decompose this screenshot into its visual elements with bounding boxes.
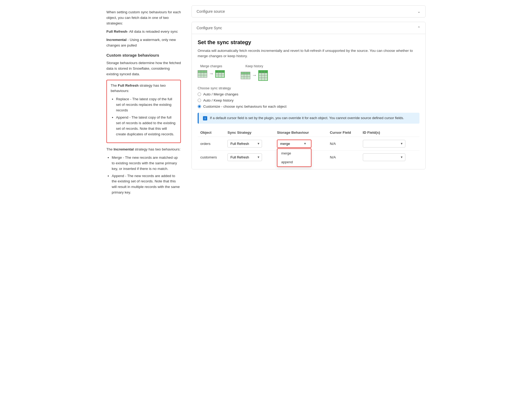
full-refresh-box-intro: The Full Refresh strategy has two behavi… bbox=[111, 83, 177, 94]
keep-history-visual: → bbox=[241, 70, 268, 81]
custom-storage-desc: Storage behaviours determine how the fet… bbox=[106, 60, 181, 77]
col-id-fields: ID Field(s) bbox=[360, 128, 420, 137]
merge-changes-visual: → bbox=[198, 70, 225, 78]
dropdown-option-append[interactable]: append bbox=[277, 158, 311, 166]
merge-changes-label: Merge changes bbox=[200, 64, 222, 68]
radio-auto-history-label: Auto / Keep history bbox=[203, 98, 234, 102]
orders-storage-chevron-icon: ▼ bbox=[301, 142, 309, 145]
configure-sync-body: Set the sync strategy Omnata will automa… bbox=[192, 34, 425, 169]
table-row: orders Full Refresh Incremental ▼ bbox=[198, 137, 419, 150]
configure-source-header[interactable]: Configure source ⌄ bbox=[192, 6, 425, 17]
full-refresh-item-replace: Replace - The latest copy of the full se… bbox=[116, 97, 177, 113]
orders-storage-dropdown-container: ▼ merge append bbox=[277, 140, 311, 148]
radio-customize-label: Customize - choose sync behaviours for e… bbox=[203, 104, 286, 108]
radio-auto-merge-input[interactable] bbox=[198, 93, 201, 96]
incremental-item-append: Append - The new records are added to th… bbox=[112, 173, 181, 196]
orders-sync-strategy-wrapper: Full Refresh Incremental ▼ bbox=[227, 140, 262, 148]
incremental-label: Incremental bbox=[106, 38, 127, 42]
row-orders-storage: ▼ merge append bbox=[274, 137, 327, 150]
right-panel: Configure source ⌄ Configure Sync ⌃ Set … bbox=[186, 5, 431, 414]
radio-customize-input[interactable] bbox=[198, 105, 201, 108]
incremental-intro: The Incremental strategy has two behavio… bbox=[106, 147, 181, 152]
orders-storage-input[interactable] bbox=[277, 140, 301, 147]
keep-history-label: Keep history bbox=[246, 64, 263, 68]
radio-auto-merge-label: Auto / Merge changes bbox=[203, 92, 238, 96]
configure-source-label: Configure source bbox=[197, 9, 225, 14]
configure-sync-label: Configure Sync bbox=[197, 26, 222, 30]
full-refresh-list: Replace - The latest copy of the full se… bbox=[116, 97, 177, 137]
table-header: Object Sync Strategy Storage Behaviour C… bbox=[198, 128, 419, 137]
full-refresh-desc: - All data is reloaded every sync bbox=[127, 30, 178, 33]
choose-sync-label: Choose sync strategy bbox=[198, 86, 419, 90]
configure-source-chevron-icon: ⌄ bbox=[417, 9, 421, 14]
info-text: If a default cursor field is set by the … bbox=[210, 116, 404, 120]
row-orders-object: orders bbox=[198, 137, 225, 150]
dropdown-option-merge[interactable]: merge bbox=[277, 149, 311, 158]
info-icon: i bbox=[203, 116, 207, 120]
orders-storage-input-box[interactable]: ▼ bbox=[277, 140, 311, 148]
history-source-table-icon bbox=[241, 72, 250, 79]
configure-source-accordion: Configure source ⌄ bbox=[192, 5, 426, 18]
row-orders-cursor: N/A bbox=[327, 137, 360, 150]
col-object: Object bbox=[198, 128, 225, 137]
history-arrow-icon: → bbox=[252, 73, 257, 78]
configure-sync-header[interactable]: Configure Sync ⌃ bbox=[192, 22, 425, 34]
row-orders-sync-strategy: Full Refresh Incremental ▼ bbox=[225, 137, 274, 150]
full-refresh-highlight-box: The Full Refresh strategy has two behavi… bbox=[106, 80, 181, 143]
customers-sync-strategy-wrapper: Full Refresh Incremental ▼ bbox=[227, 153, 262, 161]
merge-arrow-icon: → bbox=[209, 71, 214, 77]
radio-customize[interactable]: Customize - choose sync behaviours for e… bbox=[198, 104, 419, 108]
row-customers-cursor: N/A bbox=[327, 150, 360, 164]
configure-sync-chevron-icon: ⌃ bbox=[417, 26, 421, 30]
diagrams-container: Merge changes → bbox=[198, 64, 419, 81]
radio-auto-history[interactable]: Auto / Keep history bbox=[198, 98, 419, 102]
row-customers-object: customers bbox=[198, 150, 225, 164]
radio-auto-history-input[interactable] bbox=[198, 99, 201, 102]
incremental-item-merge: Merge - The new records are matched up t… bbox=[112, 155, 181, 172]
strategy-incremental: Incremental - Using a watermark, only ne… bbox=[106, 37, 181, 48]
row-customers-sync-strategy: Full Refresh Incremental ▼ bbox=[225, 150, 274, 164]
orders-sync-strategy-select[interactable]: Full Refresh Incremental bbox=[227, 140, 262, 148]
merge-changes-diagram: Merge changes → bbox=[198, 64, 225, 78]
sync-strategy-radio-group: Auto / Merge changes Auto / Keep history… bbox=[198, 92, 419, 108]
history-dest-table-icon bbox=[258, 70, 268, 81]
sync-objects-table: Object Sync Strategy Storage Behaviour C… bbox=[198, 128, 419, 164]
col-sync-strategy: Sync Strategy bbox=[225, 128, 274, 137]
merge-dest-table-icon bbox=[215, 70, 225, 78]
orders-storage-dropdown-menu: merge append bbox=[277, 148, 311, 167]
orders-id-field-wrapper: ▼ bbox=[363, 140, 405, 148]
customers-id-field-wrapper: ▼ bbox=[363, 153, 405, 161]
radio-auto-merge[interactable]: Auto / Merge changes bbox=[198, 92, 419, 96]
sync-strategy-title: Set the sync strategy bbox=[198, 39, 419, 45]
info-box: i If a default cursor field is set by th… bbox=[198, 113, 419, 124]
intro-text: When setting custom sync behaviours for … bbox=[106, 10, 181, 26]
customers-sync-strategy-select[interactable]: Full Refresh Incremental bbox=[227, 153, 262, 161]
custom-storage-heading: Custom storage behaviours bbox=[106, 52, 181, 58]
full-refresh-item-append: Append - The latest copy of the full set… bbox=[116, 115, 177, 137]
col-storage-behaviour: Storage Behaviour bbox=[274, 128, 327, 137]
left-panel: When setting custom sync behaviours for … bbox=[101, 5, 186, 414]
orders-id-field-select[interactable] bbox=[363, 140, 405, 148]
row-orders-id-field: ▼ bbox=[360, 137, 420, 150]
full-refresh-label: Full Refresh bbox=[106, 30, 127, 33]
configure-sync-accordion: Configure Sync ⌃ Set the sync strategy O… bbox=[192, 22, 426, 169]
customers-id-field-select[interactable] bbox=[363, 153, 405, 161]
row-customers-id-field: ▼ bbox=[360, 150, 420, 164]
table-body: orders Full Refresh Incremental ▼ bbox=[198, 137, 419, 164]
merge-source-table-icon bbox=[198, 70, 207, 78]
sync-strategy-desc: Omnata will automatically fetch records … bbox=[198, 48, 419, 59]
strategy-full-refresh: Full Refresh- All data is reloaded every… bbox=[106, 29, 181, 35]
col-cursor-field: Cursor Field bbox=[327, 128, 360, 137]
keep-history-diagram: Keep history → bbox=[241, 64, 268, 81]
incremental-list: Merge - The new records are matched up t… bbox=[112, 155, 181, 195]
